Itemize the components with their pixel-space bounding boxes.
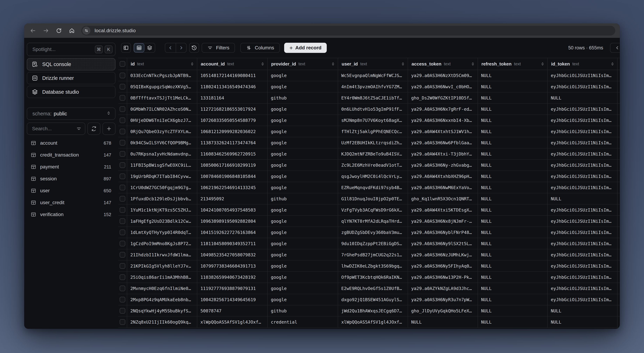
cell-id[interactable]: 2MvnmycH0Ezq6fnIlmiNe0… bbox=[127, 283, 197, 294]
cell-access-token[interactable]: ya29.a0AS3H6Nw13P2H-Pk… bbox=[408, 272, 478, 283]
cell-user-id[interactable]: VzFgTVyb3ACqFWsD9rG6kX… bbox=[338, 204, 408, 216]
cell-id-token[interactable]: NULL bbox=[548, 305, 617, 317]
cell-id-token[interactable]: eyJhbGciOiJSUzI1NiIsIm… bbox=[548, 70, 617, 81]
row-checkbox[interactable] bbox=[120, 286, 125, 291]
cell-id-token[interactable]: eyJhbGciOiJSUzI1NiIsIm… bbox=[548, 272, 617, 283]
prev-page-button[interactable] bbox=[165, 43, 176, 52]
cell-account-id[interactable]: 116083462569962720915 bbox=[197, 148, 268, 160]
cell-user-id[interactable]: qlYN7KT0rMfA2dLRqaTHrd… bbox=[338, 216, 408, 227]
cell-refresh-token[interactable]: NULL bbox=[478, 81, 548, 92]
cell-id-token[interactable]: eyJhbGciOiJSUzI1NiIsIm… bbox=[548, 137, 617, 148]
forward-icon[interactable] bbox=[42, 27, 50, 34]
row-checkbox[interactable] bbox=[120, 151, 125, 157]
history-button[interactable] bbox=[189, 43, 199, 53]
table-row[interactable]: 1YuM1c1ktNjKT9zs5C5ZHJ… 1042410070549375… bbox=[118, 204, 620, 216]
cell-refresh-token[interactable]: NULL bbox=[478, 171, 548, 182]
cell-access-token[interactable]: NULL bbox=[408, 317, 478, 328]
table-row[interactable]: 1gCzdPoI9mMno8KgJs8P72… 1181104580903493… bbox=[118, 238, 620, 249]
cell-provider-id[interactable]: github bbox=[268, 193, 338, 204]
row-checkbox[interactable] bbox=[120, 185, 125, 190]
cell-id[interactable]: 1aFHgEfg2UsD23Bdlk12Cw… bbox=[127, 216, 197, 227]
cell-id[interactable]: 11FBI5pBWisgSfwEOXC9iL… bbox=[127, 160, 197, 171]
cell-access-token[interactable]: ya29.a0AS3H6NwM6ExYaVo… bbox=[408, 182, 478, 193]
schema-select[interactable]: schema: public bbox=[27, 107, 116, 120]
cell-account-id[interactable]: 104985235427058079832 bbox=[197, 249, 268, 260]
sort-icon[interactable] bbox=[540, 61, 545, 66]
home-icon[interactable] bbox=[68, 27, 75, 34]
row-checkbox[interactable] bbox=[120, 106, 125, 112]
cell-id-token[interactable]: eyJhbGciOiJSUzI1NiIsIm… bbox=[548, 204, 617, 216]
cell-refresh-token[interactable]: NULL bbox=[478, 126, 548, 137]
cell-user-id[interactable]: Wc5EvgnpaQlmNgWcFfWCJS… bbox=[338, 70, 408, 81]
cell-id[interactable]: 2NQsqYkwHj4yM5SbuBkyfS… bbox=[127, 305, 197, 317]
sidebar-table-item[interactable]: payment 211 bbox=[27, 161, 116, 172]
cell-user-id[interactable]: jWd2Qu1BhAWxqsJECgq6D7… bbox=[338, 305, 408, 317]
cell-provider-id[interactable]: google bbox=[268, 249, 338, 260]
table-row[interactable]: 25iOqis86arIi1mA3MhhB8… 1103826599406734… bbox=[118, 272, 620, 283]
sort-icon[interactable] bbox=[331, 61, 335, 66]
sidebar-item-drizzle-runner[interactable]: Drizzle runner bbox=[27, 72, 116, 84]
sidebar-table-item[interactable]: user_credit 147 bbox=[27, 197, 116, 208]
cell-user-id[interactable]: E2wE9RQLhvOeGf5s1Z0UfB… bbox=[338, 283, 408, 294]
cell-id[interactable]: 05QIBxKgupgzSqWozXKVg5… bbox=[127, 81, 197, 92]
cell-access-token[interactable]: ya29.A0AS3H6Nx7gRrF-ed… bbox=[408, 103, 478, 115]
cell-id-token[interactable]: eyJhbGciOiJSUzI1NiIsIm… bbox=[548, 294, 617, 305]
table-row[interactable]: 1dLmtXyQTHyYyp0I4R0dqT… 1041519262272761… bbox=[118, 227, 620, 238]
sort-icon[interactable] bbox=[190, 61, 194, 66]
cell-user-id[interactable]: 4nIm4t3pvzmOAIhfvYG7ZM… bbox=[338, 81, 408, 92]
cell-id[interactable]: 1CrU0dWZ7GC50Fgqjm9G7g… bbox=[127, 182, 197, 193]
row-checkbox[interactable] bbox=[120, 162, 125, 168]
cell-id[interactable]: 21IhdzbI1IkrwvJfdW1lma… bbox=[127, 249, 197, 260]
table-row[interactable]: 2NZq8xU21IjIIk60ogQ9kq… xlWpQQoAS5AfSV1g… bbox=[118, 317, 620, 328]
cell-id-token[interactable]: eyJhbGciOiJSUzI1NiIsIm… bbox=[548, 216, 617, 227]
cell-provider-id[interactable]: google bbox=[268, 227, 338, 238]
cell-account-id[interactable]: 100784601906848105844 bbox=[197, 171, 268, 182]
table-row[interactable]: 2MvnmycH0Ezq6fnIlmiNe0… 1119277769388790… bbox=[118, 283, 620, 294]
cell-provider-id[interactable]: credential bbox=[268, 317, 338, 328]
cell-refresh-token[interactable]: NULL bbox=[478, 115, 548, 126]
cell-access-token[interactable]: ya29.a0AS3H6NzXtD5Cm09… bbox=[408, 70, 478, 81]
row-checkbox[interactable] bbox=[120, 129, 125, 134]
table-search[interactable] bbox=[27, 123, 85, 135]
table-row[interactable]: 2Mxp8PG4z9qAMUkaEeb8nb… 1004282567143496… bbox=[118, 294, 620, 305]
cell-refresh-token[interactable]: NULL bbox=[478, 283, 548, 294]
table-row[interactable]: 19gUrbRDqK7ITabI84Cyvw… 1007846019068481… bbox=[118, 171, 620, 182]
cell-user-id[interactable]: 7rGhePsdB27jmCUG2q22s1… bbox=[338, 249, 408, 260]
cell-access-token[interactable]: ya29.a0AZYkNZgLA9d3Jhc… bbox=[408, 283, 478, 294]
row-checkbox[interactable] bbox=[120, 84, 125, 89]
url-text[interactable]: local.drizzle.studio bbox=[94, 28, 136, 33]
sidebar-table-item[interactable]: session 897 bbox=[27, 173, 116, 184]
cell-refresh-token[interactable]: NULL bbox=[478, 148, 548, 160]
cell-account-id[interactable]: 104241007054937548503 bbox=[197, 204, 268, 216]
cell-id[interactable]: 0u7RKpsnaIyvHcNdamvdnp… bbox=[127, 148, 197, 160]
table-row[interactable]: 21IhdzbI1IkrwvJfdW1lma… 1049852354270580… bbox=[118, 249, 620, 260]
cell-account-id[interactable]: 105148172144169080411 bbox=[197, 70, 268, 81]
cell-account-id[interactable]: 110382659940673428192 bbox=[197, 272, 268, 283]
column-header-access-token[interactable]: access_tokentext bbox=[408, 58, 478, 70]
table-row[interactable]: 05QIBxKgupgzSqWozXKVg5… 1180241134165494… bbox=[118, 81, 620, 92]
cell-provider-id[interactable]: google bbox=[268, 283, 338, 294]
cell-account-id[interactable]: 113873326241173474764 bbox=[197, 137, 268, 148]
table-row[interactable]: 2NQsqYkwHj4yM5SbuBkyfS… 50078747 github … bbox=[118, 305, 620, 317]
cell-provider-id[interactable]: google bbox=[268, 137, 338, 148]
cell-refresh-token[interactable]: NULL bbox=[478, 193, 548, 204]
cell-user-id[interactable]: UzMf2EBUHIkKLtzrqsdiZh… bbox=[338, 137, 408, 148]
cell-id[interactable]: 0BfTfftavxTSJjTt1MeLCk… bbox=[127, 92, 197, 103]
row-checkbox[interactable] bbox=[120, 207, 125, 213]
row-checkbox[interactable] bbox=[120, 241, 125, 246]
cell-access-token[interactable]: ya29.A0AS3H6NyblFNrP48… bbox=[408, 227, 478, 238]
cell-id[interactable]: 2Mxp8PG4z9qAMUkaEeb8nb… bbox=[127, 294, 197, 305]
cell-provider-id[interactable]: google bbox=[268, 70, 338, 81]
sort-icon[interactable] bbox=[401, 61, 405, 66]
cell-provider-id[interactable]: google bbox=[268, 260, 338, 272]
cell-id[interactable]: 1dLmtXyQTHyYyp0I4R0dqT… bbox=[127, 227, 197, 238]
table-row[interactable]: 1CrU0dWZ7GC50Fgqjm9G7g… 1062196225469141… bbox=[118, 182, 620, 193]
cell-provider-id[interactable]: google bbox=[268, 103, 338, 115]
cell-id-token[interactable]: eyJhbGciOiJSUzI1NiIsIm… bbox=[548, 126, 617, 137]
cell-id[interactable]: 19gUrbRDqK7ITabI84Cyvw… bbox=[127, 171, 197, 182]
cell-access-token[interactable]: ya29.a0AS3H6Ny-zhGvabg… bbox=[408, 160, 478, 171]
cell-refresh-token[interactable]: NULL bbox=[478, 260, 548, 272]
cell-user-id[interactable]: EZRueMqnqvdFKdi97syb4B… bbox=[338, 182, 408, 193]
table-row[interactable]: 0BfTfftavxTSJjTt1MeLCk… 133181164 github… bbox=[118, 92, 620, 103]
row-checkbox[interactable] bbox=[120, 174, 125, 179]
